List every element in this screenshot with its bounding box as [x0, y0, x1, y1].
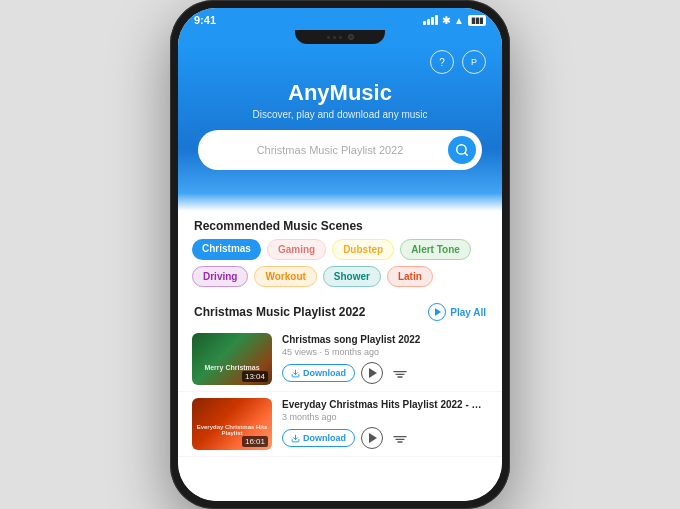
recommended-section-title: Recommended Music Scenes: [178, 211, 502, 239]
song-title-1: Christmas song Playlist 2022: [282, 334, 488, 345]
app-subtitle: Discover, play and download any music: [194, 109, 486, 120]
thumb-label-2: Everyday Christmas Hits Playlist: [196, 424, 268, 436]
playlist-header: Christmas Music Playlist 2022 Play All: [178, 293, 502, 327]
playlist-section-title: Christmas Music Playlist 2022: [194, 305, 365, 319]
song-item-2: Everyday Christmas Hits Playlist 16:01 E…: [178, 392, 502, 457]
notch: [295, 30, 385, 44]
song-item: Merry Christmas 13:04 Christmas song Pla…: [178, 327, 502, 392]
play-triangle-2: [369, 433, 377, 443]
play-all-button[interactable]: Play All: [428, 303, 486, 321]
app-title: AnyMusic: [194, 80, 486, 106]
play-all-icon: [428, 303, 446, 321]
notch-dots: [327, 36, 342, 39]
tags-row-1: Christmas Gaming Dubstep Alert Tone: [178, 239, 502, 260]
header-icons-row: ? P: [194, 50, 486, 74]
add-to-playlist-icon-2: [392, 430, 408, 446]
play-triangle-1: [369, 368, 377, 378]
play-button-1[interactable]: [361, 362, 383, 384]
song-duration-2: 16:01: [242, 436, 268, 447]
song-title-2: Everyday Christmas Hits Playlist 2022 - …: [282, 399, 488, 410]
tag-shower[interactable]: Shower: [323, 266, 381, 287]
svg-line-1: [465, 153, 468, 156]
download-icon-1: [291, 369, 300, 378]
profile-icon: P: [471, 57, 477, 67]
download-button-2[interactable]: Download: [282, 429, 355, 447]
tag-driving[interactable]: Driving: [192, 266, 248, 287]
app-header: ? P AnyMusic Discover, play and download…: [178, 44, 502, 194]
tag-gaming[interactable]: Gaming: [267, 239, 326, 260]
search-bar[interactable]: Christmas Music Playlist 2022: [198, 130, 482, 170]
song-meta-2: 3 months ago: [282, 412, 488, 422]
thumb-label-1: Merry Christmas: [196, 364, 268, 371]
search-input[interactable]: Christmas Music Playlist 2022: [212, 144, 448, 156]
tag-latin[interactable]: Latin: [387, 266, 433, 287]
tag-christmas[interactable]: Christmas: [192, 239, 261, 260]
song-duration-1: 13:04: [242, 371, 268, 382]
phone-frame: 9:41 ✱ ▲ ▮▮▮: [170, 0, 510, 509]
help-button[interactable]: ?: [430, 50, 454, 74]
tag-alert-tone[interactable]: Alert Tone: [400, 239, 471, 260]
music-note-icon-1[interactable]: [389, 362, 411, 384]
song-thumbnail-1: Merry Christmas 13:04: [192, 333, 272, 385]
bluetooth-icon: ✱: [442, 15, 450, 26]
status-time: 9:41: [194, 14, 216, 26]
status-bar: 9:41 ✱ ▲ ▮▮▮: [178, 8, 502, 28]
help-icon: ?: [439, 57, 445, 68]
signal-bars-icon: [423, 15, 438, 25]
song-thumbnail-2: Everyday Christmas Hits Playlist 16:01: [192, 398, 272, 450]
add-to-playlist-icon-1: [392, 365, 408, 381]
tag-workout[interactable]: Workout: [254, 266, 316, 287]
status-icons: ✱ ▲ ▮▮▮: [423, 15, 486, 26]
song-actions-1: Download: [282, 362, 488, 384]
download-button-1[interactable]: Download: [282, 364, 355, 382]
wifi-icon: ▲: [454, 15, 464, 26]
phone-screen: 9:41 ✱ ▲ ▮▮▮: [178, 8, 502, 501]
tag-dubstep[interactable]: Dubstep: [332, 239, 394, 260]
song-actions-2: Download: [282, 427, 488, 449]
main-content: Recommended Music Scenes Christmas Gamin…: [178, 194, 502, 501]
music-note-icon-2[interactable]: [389, 427, 411, 449]
play-button-2[interactable]: [361, 427, 383, 449]
song-info-2: Everyday Christmas Hits Playlist 2022 - …: [282, 399, 488, 449]
notch-camera: [348, 34, 354, 40]
wave-separator: [178, 194, 502, 211]
notch-area: [178, 28, 502, 44]
download-icon-2: [291, 434, 300, 443]
profile-button[interactable]: P: [462, 50, 486, 74]
song-meta-1: 45 views · 5 months ago: [282, 347, 488, 357]
search-button[interactable]: [448, 136, 476, 164]
tags-row-2: Driving Workout Shower Latin: [178, 266, 502, 287]
search-icon: [455, 143, 469, 157]
battery-icon: ▮▮▮: [468, 15, 486, 26]
song-info-1: Christmas song Playlist 2022 45 views · …: [282, 334, 488, 384]
play-all-triangle: [435, 308, 441, 316]
